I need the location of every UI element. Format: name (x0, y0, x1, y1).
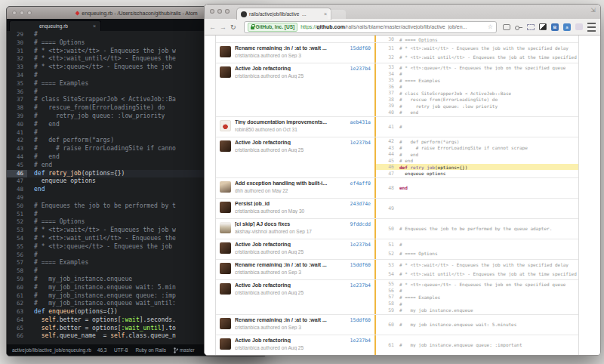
commit-sha-link[interactable]: 1e237b4 (350, 282, 371, 288)
commit-message-link[interactable]: Persist job_id (235, 201, 347, 206)
address-bar[interactable]: GitHub, Inc. [US] https://github.com/rai… (244, 21, 497, 33)
commit-sha-link[interactable]: 9fddcdd (350, 221, 371, 227)
git-branch-indicator[interactable]: master (174, 347, 195, 353)
commit-sha-link[interactable]: 1e237b4 (350, 66, 371, 72)
line-number-link[interactable]: 52 (376, 251, 399, 257)
line-number-link[interactable]: 48 (376, 185, 399, 191)
line-number-link[interactable]: 49 (376, 205, 399, 211)
commit-message-link[interactable]: Rename remaining :in / :at to :wait ... (235, 317, 347, 322)
commit-cell: Add exception handling with built-i...ef… (216, 178, 374, 198)
editor-line-number: 55 (7, 243, 27, 251)
line-number-link[interactable]: 45 (376, 158, 399, 164)
ev-certificate-badge[interactable]: GitHub, Inc. [US] (248, 23, 298, 32)
url-text[interactable]: https://github.com/rails/rails/blame/mas… (300, 24, 485, 29)
frame-icon[interactable] (527, 24, 535, 30)
line-number-link[interactable]: 51 (376, 242, 399, 248)
minimize-button[interactable] (217, 9, 222, 14)
commit-sha-link[interactable]: 15ddf60 (350, 317, 371, 323)
line-number-link[interactable]: 53 (376, 262, 399, 268)
bitly-icon[interactable]: B (551, 23, 559, 31)
line-number-link[interactable]: 57 (376, 294, 399, 300)
line-number-link[interactable]: 31 (376, 45, 399, 51)
commit-message-link[interactable]: Add exception handling with built-i... (235, 180, 347, 186)
line-number-link[interactable]: 61 (376, 342, 399, 348)
line-number-link[interactable]: 30 (376, 36, 399, 42)
line-number-link[interactable]: 37 (376, 90, 399, 96)
zoom-button[interactable] (225, 9, 230, 14)
tab-close-icon[interactable]: × (93, 23, 96, 29)
line-number-link[interactable]: 58 (376, 301, 399, 307)
line-number-link[interactable]: 50 (376, 226, 399, 232)
new-tab-button[interactable] (328, 10, 346, 19)
ghost-icon[interactable] (575, 23, 583, 30)
close-button[interactable] (12, 11, 17, 15)
line-number-link[interactable]: 43 (376, 145, 399, 151)
menu-icon[interactable] (587, 23, 596, 32)
minimize-button[interactable] (20, 11, 24, 15)
commit-sha-link[interactable]: ef4aff0 (350, 180, 371, 187)
commit-sha-link[interactable]: 1e237b4 (350, 242, 371, 248)
commit-sha-link[interactable]: 1e237b4 (350, 140, 371, 146)
reload-icon[interactable]: ↻ (230, 23, 236, 31)
status-file-path[interactable]: activejob/lib/active_job/enqueuing.rb (12, 347, 91, 353)
bookmark-star-icon[interactable]: ☆ (488, 23, 493, 30)
tab-label: enqueuing.rb (14, 23, 93, 29)
line-number-link[interactable]: 54 (376, 271, 399, 277)
key-icon[interactable] (515, 23, 522, 31)
tab-close-icon[interactable]: × (324, 11, 327, 17)
browser-tab-title: rails/activejob/lib/active_... (249, 11, 322, 17)
line-number-link[interactable]: 56 (376, 288, 399, 294)
commit-sha-link[interactable]: 243d74e (350, 201, 371, 207)
commit-message-link[interactable]: Active Job refactoring (235, 242, 347, 247)
line-number-link[interactable]: 34 (376, 71, 399, 77)
browser-tabstrip[interactable]: rails/activejob/lib/active_... × ⇲ (205, 5, 600, 19)
commit-message-link[interactable]: Active Job refactoring (235, 338, 347, 343)
window-icon[interactable] (503, 24, 510, 30)
code-token: # (399, 288, 402, 293)
line-number-link[interactable]: 47 (376, 171, 399, 177)
back-icon[interactable]: ← (209, 23, 216, 31)
close-button[interactable] (210, 9, 214, 14)
editor-line-number: 39 (7, 113, 27, 121)
commit-message-link[interactable]: Rename remaining :in / :at to :wait ... (235, 262, 347, 267)
commit-sha-link[interactable]: 15ddf60 (350, 262, 371, 268)
commit-message-link[interactable]: Active Job refactoring (235, 66, 347, 71)
code-token: def (34, 170, 48, 177)
line-number-link[interactable]: 35 (376, 77, 399, 83)
line-number-link[interactable]: 41 (376, 124, 399, 130)
contrast-icon[interactable] (539, 23, 547, 30)
blame-code-line: 49 (376, 205, 578, 211)
commit-message-link[interactable]: Active Job refactoring (235, 282, 347, 288)
commit-message-link[interactable]: Active Job refactoring (235, 140, 347, 145)
status-grammar[interactable]: Ruby on Rails (135, 347, 165, 353)
line-number-link[interactable]: 33 (376, 64, 399, 70)
status-encoding[interactable]: UTF-8 (114, 347, 128, 353)
code-token: :wait (122, 316, 140, 323)
line-number-link[interactable]: 36 (376, 84, 399, 90)
line-number-link[interactable]: 59 (376, 307, 399, 313)
commit-message-link[interactable]: [ci skip] AJ docs fixes (235, 221, 347, 227)
tab-enqueuing-rb[interactable]: enqueuing.rb × (9, 20, 101, 31)
line-number-link[interactable]: 46 (376, 164, 399, 170)
line-number-link[interactable]: 32 (376, 54, 399, 60)
line-number-link[interactable]: 39 (376, 103, 399, 109)
code-token: # my_job_instance.enqueue queue: :import… (399, 342, 522, 347)
forward-icon[interactable]: → (220, 23, 226, 31)
line-number-link[interactable]: 55 (376, 281, 399, 287)
line-number-link[interactable]: 60 (376, 322, 399, 328)
commit-message-link[interactable]: Tiny documentation improvements... (235, 119, 347, 125)
line-number-link[interactable]: 42 (376, 138, 399, 144)
line-number-link[interactable]: 44 (376, 151, 399, 157)
translate-icon[interactable]: a (563, 23, 571, 31)
editor-code-text: # ==== Options (27, 39, 85, 48)
commit-sha-link[interactable]: aeb431a (350, 119, 371, 125)
zoom-button[interactable] (27, 11, 32, 15)
line-number-link[interactable]: 38 (376, 97, 399, 103)
line-number-link[interactable]: 40 (376, 110, 399, 116)
browser-tab-github[interactable]: rails/activejob/lib/active_... × (236, 8, 331, 20)
commit-sha-link[interactable]: 15ddf60 (350, 45, 371, 51)
status-cursor-position[interactable]: 46,3 (97, 347, 107, 353)
commit-sha-link[interactable]: 1e237b4 (350, 338, 371, 344)
commit-message-link[interactable]: Rename remaining :in / :at to :wait ... (235, 45, 347, 51)
status-branch: master (180, 347, 195, 353)
